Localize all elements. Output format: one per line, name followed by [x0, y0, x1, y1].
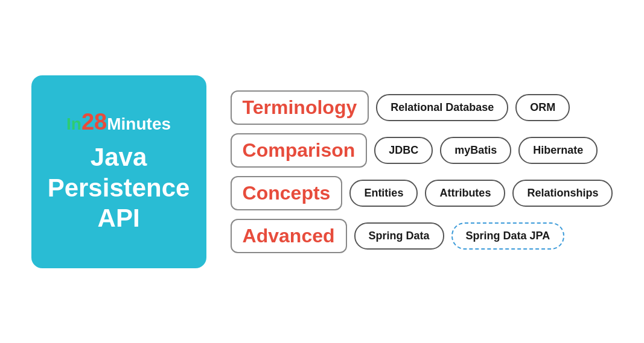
category-comparison[interactable]: Comparison [231, 133, 368, 168]
row-terminology: Terminology Relational Database ORM [231, 90, 613, 125]
logo-line3: API [98, 204, 140, 232]
logo-line2: Persistence [48, 174, 190, 202]
tag-relationships[interactable]: Relationships [512, 180, 613, 207]
logo-in: In [66, 115, 81, 133]
content-grid: Terminology Relational Database ORM Comp… [231, 90, 613, 253]
logo-title: Java Persistence API [48, 142, 190, 233]
tag-jdbc[interactable]: JDBC [374, 137, 433, 164]
tag-orm[interactable]: ORM [515, 94, 570, 121]
row-concepts: Concepts Entities Attributes Relationshi… [231, 176, 613, 210]
main-container: In28Minutes Java Persistence API Termino… [13, 57, 631, 286]
row-advanced: Advanced Spring Data Spring Data JPA [231, 219, 613, 253]
tag-spring-data[interactable]: Spring Data [354, 222, 444, 250]
row-comparison: Comparison JDBC myBatis Hibernate [231, 133, 613, 168]
tag-relational-database[interactable]: Relational Database [376, 94, 508, 121]
tag-hibernate[interactable]: Hibernate [518, 137, 598, 164]
tag-spring-data-jpa[interactable]: Spring Data JPA [451, 222, 565, 250]
logo-box: In28Minutes Java Persistence API [31, 75, 206, 268]
tag-attributes[interactable]: Attributes [425, 180, 505, 207]
logo-line1: Java [91, 143, 147, 171]
tag-entities[interactable]: Entities [349, 180, 418, 207]
logo-number: 28 [81, 109, 107, 134]
logo-minutes: Minutes [107, 115, 171, 133]
logo-brand: In28Minutes [66, 109, 171, 135]
category-concepts[interactable]: Concepts [231, 176, 343, 210]
tag-mybatis[interactable]: myBatis [440, 137, 511, 164]
category-advanced[interactable]: Advanced [231, 219, 347, 253]
category-terminology[interactable]: Terminology [231, 90, 369, 125]
